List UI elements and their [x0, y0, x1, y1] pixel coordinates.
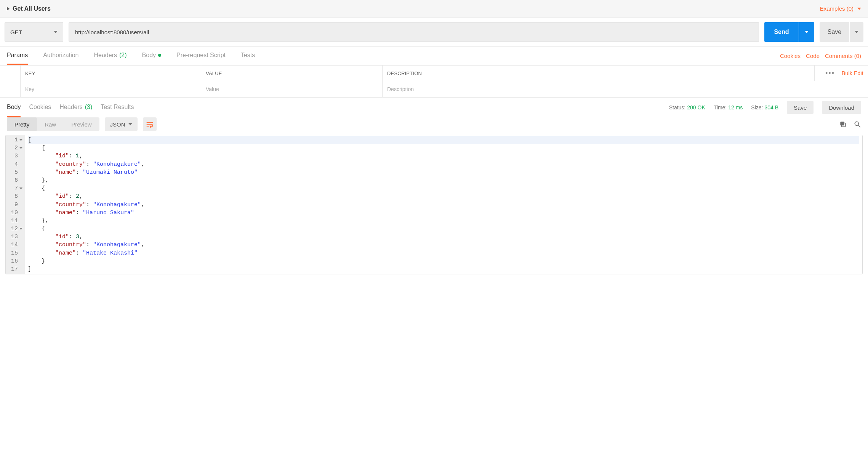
caret-down-icon — [805, 31, 809, 33]
download-response-button[interactable]: Download — [822, 101, 861, 114]
svg-line-3 — [858, 125, 860, 127]
request-tabs-row: Params Authorization Headers (2) Body Pr… — [0, 47, 868, 65]
comments-link[interactable]: Comments (0) — [825, 53, 861, 59]
param-key-input[interactable]: Key — [21, 81, 201, 97]
tab-headers[interactable]: Headers (2) — [94, 47, 127, 65]
http-method-select[interactable]: GET — [5, 22, 63, 42]
send-dropdown-button[interactable] — [799, 22, 814, 42]
send-button[interactable]: Send — [764, 22, 799, 42]
url-value: http://localhost:8080/users/all — [75, 29, 149, 35]
line-number-gutter: 1 2 3 4 5 6 7 8 9 10 11 12 13 14 15 16 1… — [6, 135, 25, 274]
caret-down-icon — [857, 8, 861, 10]
col-header-value: VALUE — [201, 65, 383, 81]
status-label: Status: — [669, 104, 686, 111]
svg-point-2 — [855, 122, 858, 125]
time-label: Time: — [714, 104, 727, 111]
size-value: 304 B — [764, 104, 778, 111]
resp-tab-test-results[interactable]: Test Results — [101, 98, 134, 117]
tab-label: Test Results — [101, 104, 134, 111]
resp-tab-cookies[interactable]: Cookies — [29, 98, 51, 117]
tab-body[interactable]: Body — [142, 47, 161, 65]
line-wrap-icon — [146, 120, 154, 128]
more-options-icon[interactable]: ••• — [825, 69, 835, 77]
save-response-button[interactable]: Save — [787, 101, 814, 114]
tab-label: Headers — [59, 104, 82, 111]
tab-count: (2) — [119, 52, 127, 59]
caret-down-icon — [54, 31, 58, 33]
url-bar: GET http://localhost:8080/users/all Send… — [0, 18, 868, 47]
view-mode-pretty[interactable]: Pretty — [7, 117, 37, 131]
tab-label: Headers — [94, 52, 117, 59]
response-body-viewer: 1 2 3 4 5 6 7 8 9 10 11 12 13 14 15 16 1… — [5, 135, 863, 274]
response-body-source[interactable]: [ { "id": 1, "country": "Konohagakure", … — [25, 135, 862, 274]
tab-label: Params — [7, 52, 28, 59]
param-description-input[interactable]: Description — [383, 81, 868, 97]
tab-label: Body — [7, 104, 21, 111]
caret-down-icon — [855, 31, 858, 33]
col-header-description: DESCRIPTION — [383, 65, 815, 81]
col-header-key: KEY — [21, 65, 201, 81]
http-method-value: GET — [10, 29, 22, 35]
params-table: KEY VALUE DESCRIPTION ••• Bulk Edit Key … — [0, 65, 868, 98]
resp-tab-body[interactable]: Body — [7, 98, 21, 117]
tab-label: Body — [142, 52, 156, 59]
view-mode-tabs: Pretty Raw Preview — [7, 117, 99, 131]
save-dropdown-button[interactable] — [850, 22, 863, 42]
tab-params[interactable]: Params — [7, 47, 28, 65]
time-value: 12 ms — [728, 104, 743, 111]
tab-tests[interactable]: Tests — [241, 47, 255, 65]
tab-label: Cookies — [29, 104, 51, 111]
examples-label: Examples (0) — [820, 5, 854, 12]
response-body-toolbar: Pretty Raw Preview JSON — [0, 117, 868, 135]
line-wrap-button[interactable] — [143, 117, 157, 131]
status-value: 200 OK — [687, 104, 705, 111]
save-button[interactable]: Save — [820, 22, 849, 42]
size-label: Size: — [751, 104, 763, 111]
svg-rect-1 — [840, 122, 844, 125]
collapse-icon[interactable] — [7, 7, 10, 11]
search-icon[interactable] — [854, 120, 861, 128]
request-title: Get All Users — [13, 5, 51, 12]
caret-down-icon — [128, 123, 132, 125]
dot-indicator-icon — [158, 54, 161, 57]
response-header-row: Body Cookies Headers (3) Test Results St… — [0, 98, 868, 117]
cookies-link[interactable]: Cookies — [780, 53, 801, 59]
tab-prerequest-script[interactable]: Pre-request Script — [176, 47, 226, 65]
url-input[interactable]: http://localhost:8080/users/all — [69, 22, 759, 42]
tab-authorization[interactable]: Authorization — [43, 47, 78, 65]
view-mode-raw[interactable]: Raw — [37, 117, 64, 131]
language-value: JSON — [110, 121, 125, 128]
examples-dropdown[interactable]: Examples (0) — [820, 5, 861, 12]
view-mode-preview[interactable]: Preview — [64, 117, 99, 131]
resp-tab-headers[interactable]: Headers (3) — [59, 98, 92, 117]
language-select[interactable]: JSON — [105, 117, 138, 131]
tab-label: Authorization — [43, 52, 78, 59]
tab-label: Tests — [241, 52, 255, 59]
copy-icon[interactable] — [839, 120, 847, 128]
tab-count: (3) — [85, 104, 93, 111]
bulk-edit-link[interactable]: Bulk Edit — [842, 70, 863, 76]
request-titlebar: Get All Users Examples (0) — [0, 0, 868, 18]
tab-label: Pre-request Script — [176, 52, 226, 59]
param-value-input[interactable]: Value — [201, 81, 383, 97]
code-link[interactable]: Code — [806, 53, 820, 59]
